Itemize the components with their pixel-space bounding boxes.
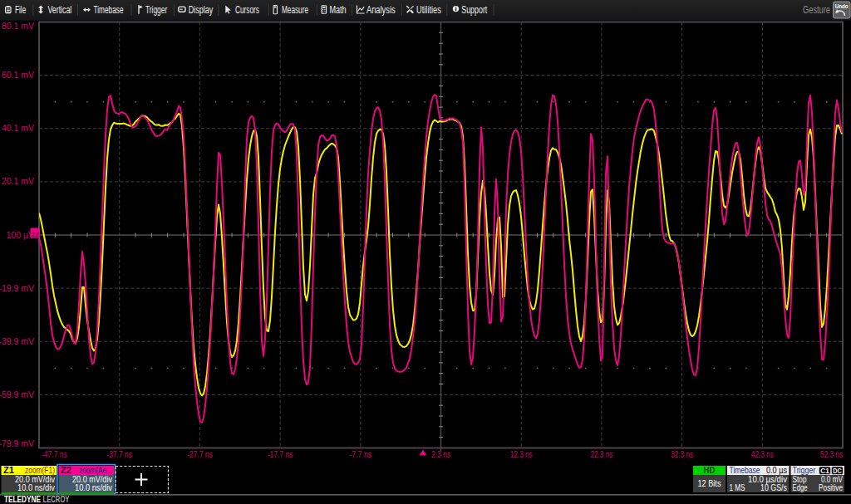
- svg-text:20.0 mV/div: 20.0 mV/div: [72, 475, 112, 484]
- svg-text:80.1 mV: 80.1 mV: [2, 21, 34, 31]
- svg-text:Analysis: Analysis: [366, 4, 396, 16]
- svg-text:20.0 mV/div: 20.0 mV/div: [15, 475, 55, 484]
- svg-text:0.0 mV: 0.0 mV: [821, 475, 843, 484]
- svg-text:Utilities: Utilities: [416, 4, 441, 16]
- svg-text:Z1: Z1: [3, 465, 14, 475]
- svg-text:TELEDYNE: TELEDYNE: [4, 494, 41, 504]
- svg-text:-59.9 mV: -59.9 mV: [0, 389, 34, 399]
- svg-text:Display: Display: [189, 4, 214, 16]
- svg-text:Cursors: Cursors: [235, 4, 259, 16]
- svg-text:10 GS/s: 10 GS/s: [760, 483, 787, 492]
- svg-text:1 MS: 1 MS: [730, 483, 745, 492]
- svg-text:10.0 ns/div: 10.0 ns/div: [17, 483, 55, 492]
- svg-text:22.3 ns: 22.3 ns: [590, 449, 612, 459]
- svg-text:10.0 ns/div: 10.0 ns/div: [75, 483, 112, 492]
- svg-text:-37.7 ns: -37.7 ns: [106, 449, 132, 459]
- svg-text:-19.9 mV: -19.9 mV: [0, 283, 34, 293]
- svg-text:Trigger: Trigger: [793, 465, 816, 475]
- svg-text:Timebase: Timebase: [94, 4, 124, 16]
- svg-text:60.1 mV: 60.1 mV: [2, 70, 34, 80]
- svg-text:Support: Support: [461, 4, 487, 16]
- svg-text:Math: Math: [329, 4, 346, 16]
- svg-text:Edge: Edge: [793, 483, 808, 492]
- svg-text:42.3 ns: 42.3 ns: [751, 449, 774, 459]
- svg-text:12 Bits: 12 Bits: [698, 479, 721, 488]
- svg-text:40.1 mV: 40.1 mV: [2, 123, 34, 133]
- svg-text:12.3 ns: 12.3 ns: [510, 449, 533, 459]
- svg-text:32.3 ns: 32.3 ns: [671, 449, 693, 459]
- svg-text:Gesture: Gesture: [803, 4, 830, 16]
- svg-text:zoom(Ae...: zoom(Ae...: [79, 466, 112, 475]
- svg-text:-27.7 ns: -27.7 ns: [187, 449, 213, 459]
- svg-text:100 µV: 100 µV: [7, 230, 35, 240]
- svg-text:Trigger: Trigger: [145, 4, 167, 16]
- svg-text:LECROY: LECROY: [43, 494, 70, 504]
- svg-text:-39.9 mV: -39.9 mV: [0, 336, 34, 346]
- svg-text:C1: C1: [820, 467, 829, 475]
- svg-text:Z2: Z2: [32, 231, 40, 238]
- svg-text:Vertical: Vertical: [48, 4, 72, 16]
- svg-text:-79.9 mV: -79.9 mV: [0, 438, 34, 448]
- svg-text:Positive: Positive: [819, 483, 843, 492]
- svg-text:2.3 ns: 2.3 ns: [431, 449, 450, 459]
- svg-text:Timebase: Timebase: [730, 465, 760, 475]
- svg-text:DC: DC: [833, 467, 842, 475]
- svg-text:Undo: Undo: [835, 2, 849, 10]
- svg-text:Stop: Stop: [793, 475, 807, 484]
- svg-text:0.0 µs: 0.0 µs: [766, 465, 787, 475]
- svg-text:20.1 mV: 20.1 mV: [2, 176, 34, 186]
- svg-text:Measure: Measure: [282, 4, 308, 16]
- svg-text:zoom(F1): zoom(F1): [25, 466, 55, 475]
- svg-text:Z2: Z2: [61, 465, 71, 475]
- svg-text:10.0 µs/div: 10.0 µs/div: [748, 475, 787, 484]
- svg-text:HD: HD: [704, 465, 716, 475]
- svg-text:52.3 ns: 52.3 ns: [820, 449, 843, 459]
- svg-text:-47.7 ns: -47.7 ns: [42, 449, 67, 459]
- svg-text:-7.7 ns: -7.7 ns: [349, 449, 371, 459]
- svg-text:File: File: [15, 4, 26, 16]
- svg-text:-17.7 ns: -17.7 ns: [268, 449, 293, 459]
